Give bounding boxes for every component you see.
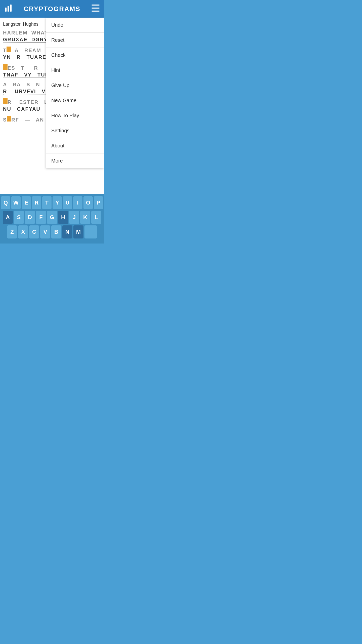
key-A[interactable]: A xyxy=(3,211,13,224)
menu-item-check[interactable]: Check xyxy=(46,48,104,63)
key-U[interactable]: U xyxy=(63,196,72,209)
menu-item-how-to-play[interactable]: How To Play xyxy=(46,108,104,123)
selected-cell-4[interactable] xyxy=(7,116,11,122)
key-V[interactable]: V xyxy=(40,225,50,238)
key-B[interactable]: B xyxy=(51,225,61,238)
key-T[interactable]: T xyxy=(42,196,52,209)
key-R[interactable]: R xyxy=(32,196,41,209)
key-L[interactable]: L xyxy=(91,211,101,224)
svg-rect-1 xyxy=(8,6,9,12)
key-S[interactable]: S xyxy=(14,211,24,224)
key-backspace[interactable]: _ xyxy=(84,225,97,238)
key-W[interactable]: W xyxy=(11,196,21,209)
key-F[interactable]: F xyxy=(36,211,46,224)
menu-item-hint[interactable]: Hint xyxy=(46,63,104,78)
menu-item-reset[interactable]: Reset xyxy=(46,33,104,48)
menu-item-about[interactable]: About xyxy=(46,138,104,153)
key-E[interactable]: E xyxy=(22,196,31,209)
key-Y[interactable]: Y xyxy=(53,196,62,209)
key-P[interactable]: P xyxy=(94,196,103,209)
main-content: Langston Hughes HARLEM WHAT GRUXAE DGRY … xyxy=(0,18,104,194)
app-header: Cryptograms xyxy=(0,0,104,18)
key-O[interactable]: O xyxy=(83,196,93,209)
svg-rect-3 xyxy=(92,5,100,6)
key-G[interactable]: G xyxy=(47,211,57,224)
keyboard-row-2: A S D F G H J K L xyxy=(1,211,103,224)
menu-item-new-game[interactable]: New Game xyxy=(46,93,104,108)
selected-cell-2[interactable] xyxy=(3,64,8,70)
key-X[interactable]: X xyxy=(18,225,28,238)
key-K[interactable]: K xyxy=(80,211,90,224)
dropdown-menu: Undo Reset Check Hint Give Up New Game H… xyxy=(46,18,104,168)
app-title: Cryptograms xyxy=(24,5,80,13)
keyboard-row-1: Q W E R T Y U I O P xyxy=(1,196,103,209)
key-H[interactable]: H xyxy=(58,211,68,224)
selected-cell-3[interactable] xyxy=(3,98,8,104)
selected-cell-1[interactable] xyxy=(7,47,11,52)
keyboard-row-3: Z X C V B N M _ xyxy=(1,225,103,238)
key-Q[interactable]: Q xyxy=(1,196,10,209)
keyboard: Q W E R T Y U I O P A S D F G H J K L Z … xyxy=(0,194,104,244)
menu-item-undo[interactable]: Undo xyxy=(46,18,104,33)
key-Z[interactable]: Z xyxy=(7,225,17,238)
menu-item-settings[interactable]: Settings xyxy=(46,123,104,138)
key-C[interactable]: C xyxy=(29,225,39,238)
menu-item-more[interactable]: More xyxy=(46,153,104,168)
svg-rect-2 xyxy=(10,5,12,12)
menu-item-give-up[interactable]: Give Up xyxy=(46,78,104,93)
svg-rect-5 xyxy=(92,11,100,12)
svg-rect-0 xyxy=(5,8,7,12)
key-D[interactable]: D xyxy=(25,211,35,224)
svg-rect-4 xyxy=(92,8,100,9)
key-N[interactable]: N xyxy=(62,225,72,238)
stats-icon[interactable] xyxy=(5,4,13,14)
key-J[interactable]: J xyxy=(69,211,79,224)
hamburger-icon[interactable] xyxy=(92,5,100,13)
key-I[interactable]: I xyxy=(73,196,82,209)
key-M[interactable]: M xyxy=(73,225,83,238)
